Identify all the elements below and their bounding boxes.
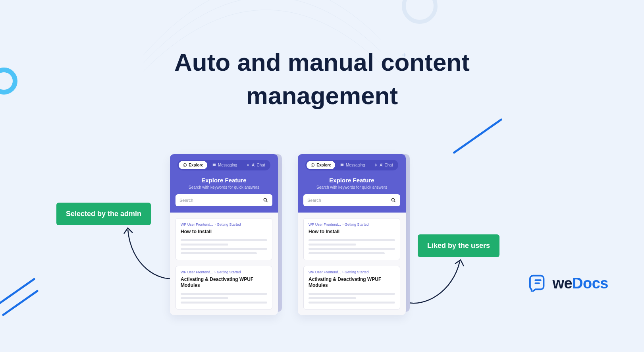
result-card[interactable]: WP User Frontend...›Getting Started Acti… [175, 266, 272, 309]
tab-ai-chat[interactable]: AI Chat [370, 161, 397, 169]
compass-icon [183, 163, 187, 167]
widget-users: Explore Messaging AI Chat [298, 154, 406, 315]
tab-label: Messaging [346, 163, 365, 167]
widget-header: Explore Messaging AI Chat [298, 154, 406, 213]
tab-explore[interactable]: Explore [307, 161, 335, 169]
breadcrumb-part: WP User Frontend... [309, 222, 341, 226]
widget-admin: Explore Messaging AI Chat [170, 154, 278, 315]
breadcrumb-part: Getting Started [217, 222, 241, 226]
widget-header: Explore Messaging AI Chat [170, 154, 278, 213]
sparkle-icon [246, 163, 250, 167]
svg-point-1 [247, 164, 249, 166]
widget-tabs: Explore Messaging AI Chat [305, 160, 398, 170]
result-title: Activating & Deactivating WPUF Modules [181, 277, 267, 289]
breadcrumb-part: Getting Started [345, 270, 369, 274]
breadcrumb: WP User Frontend...›Getting Started [181, 270, 267, 274]
page-headline: Auto and manual content management [143, 46, 501, 112]
breadcrumb-part: WP User Frontend... [309, 270, 341, 274]
breadcrumb-part: WP User Frontend... [181, 222, 213, 226]
breadcrumb: WP User Frontend...›Getting Started [309, 222, 395, 226]
svg-point-5 [391, 198, 394, 201]
result-card[interactable]: WP User Frontend...›Getting Started How … [175, 218, 272, 260]
breadcrumb-part: Getting Started [217, 270, 241, 274]
brand-prefix: we [552, 275, 572, 292]
svg-point-2 [264, 198, 266, 201]
brand-text: weDocs [552, 275, 608, 292]
tab-label: AI Chat [380, 163, 393, 167]
search-row [303, 194, 400, 206]
tab-explore[interactable]: Explore [179, 161, 207, 169]
brand-logo: weDocs [529, 273, 608, 293]
chat-icon [340, 163, 344, 167]
result-card[interactable]: WP User Frontend...›Getting Started How … [303, 218, 400, 260]
tab-label: Messaging [218, 163, 237, 167]
search-icon [391, 197, 396, 203]
decorative-ring-light [402, 0, 438, 24]
result-title: How to Install [309, 229, 395, 235]
brand-suffix: Docs [572, 275, 608, 292]
svg-point-4 [375, 164, 377, 166]
widget-pair: Explore Messaging AI Chat [170, 154, 406, 315]
search-row [175, 194, 272, 206]
wedocs-icon [529, 273, 548, 293]
decorative-line [0, 278, 35, 304]
tab-label: Explore [189, 163, 203, 167]
breadcrumb: WP User Frontend...›Getting Started [309, 270, 395, 274]
decorative-line [453, 118, 503, 154]
skeleton-lines [181, 293, 267, 304]
search-input[interactable] [179, 198, 263, 203]
search-input[interactable] [307, 198, 391, 203]
breadcrumb-part: WP User Frontend... [181, 270, 213, 274]
badge-liked-by-users: Liked by the users [418, 234, 499, 257]
chat-icon [212, 163, 216, 167]
sparkle-icon [374, 163, 378, 167]
result-card[interactable]: WP User Frontend...›Getting Started Acti… [303, 266, 400, 309]
result-title: Activating & Deactivating WPUF Modules [309, 277, 395, 289]
arrow-widget-to-users [401, 254, 469, 310]
widget-subtitle: Search with keywords for quick answers [316, 185, 387, 190]
tab-label: Explore [316, 163, 331, 167]
tab-ai-chat[interactable]: AI Chat [242, 161, 269, 169]
skeleton-lines [309, 293, 395, 304]
decorative-ring-blue [0, 68, 17, 95]
tab-label: AI Chat [252, 163, 265, 167]
tab-messaging[interactable]: Messaging [208, 161, 241, 169]
search-icon [263, 197, 268, 203]
widget-title: Explore Feature [201, 177, 246, 184]
widget-body: WP User Frontend...›Getting Started How … [298, 213, 406, 315]
breadcrumb: WP User Frontend...›Getting Started [181, 222, 267, 226]
widget-subtitle: Search with keywords for quick answers [189, 185, 259, 190]
skeleton-lines [309, 239, 395, 254]
breadcrumb-part: Getting Started [345, 222, 369, 226]
widget-body: WP User Frontend...›Getting Started How … [170, 213, 278, 315]
result-title: How to Install [181, 229, 267, 235]
widget-title: Explore Feature [329, 177, 374, 184]
skeleton-lines [181, 239, 267, 254]
tab-messaging[interactable]: Messaging [336, 161, 369, 169]
decorative-line [2, 290, 39, 316]
badge-selected-by-admin: Selected by the admin [56, 203, 151, 225]
widget-tabs: Explore Messaging AI Chat [177, 160, 270, 170]
compass-icon [310, 163, 315, 167]
